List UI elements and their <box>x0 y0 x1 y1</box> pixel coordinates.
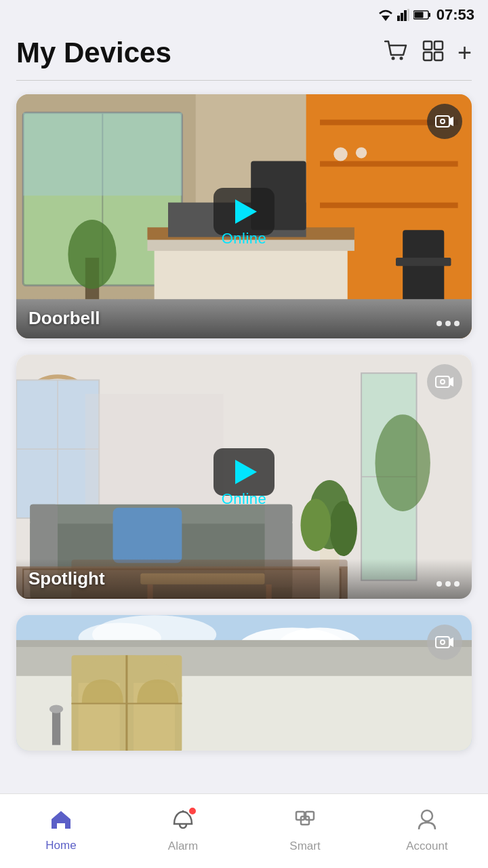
camera-badge-spotlight[interactable] <box>427 364 462 399</box>
signal-icon <box>397 9 409 21</box>
play-button-doorbell[interactable] <box>214 188 274 235</box>
svg-rect-10 <box>424 41 432 50</box>
wifi-icon <box>378 9 393 21</box>
svg-rect-11 <box>434 41 443 50</box>
svg-point-86 <box>49 705 63 713</box>
devices-list: Online Doorbell <box>0 81 488 764</box>
play-button-spotlight[interactable] <box>214 448 274 496</box>
svg-point-90 <box>441 640 445 644</box>
svg-rect-33 <box>396 258 451 266</box>
svg-rect-13 <box>434 52 443 60</box>
svg-point-69 <box>441 380 445 384</box>
device-card-exterior[interactable] <box>16 615 472 751</box>
camera-badge-exterior[interactable] <box>427 625 462 660</box>
alarm-notification-dot <box>188 806 197 816</box>
svg-point-95 <box>422 810 432 821</box>
battery-icon <box>413 10 431 20</box>
svg-rect-7 <box>414 12 423 18</box>
svg-rect-67 <box>436 376 449 387</box>
nav-label-home: Home <box>45 839 76 852</box>
card-bottom-doorbell: Doorbell <box>16 298 472 338</box>
svg-rect-87 <box>16 640 472 647</box>
device-name-doorbell: Doorbell <box>28 308 100 329</box>
svg-rect-4 <box>407 9 409 21</box>
svg-rect-24 <box>320 203 458 208</box>
svg-rect-52 <box>113 508 182 563</box>
online-status-doorbell: Online <box>222 230 267 248</box>
nav-label-alarm: Alarm <box>168 840 198 853</box>
add-device-icon[interactable]: + <box>458 39 472 67</box>
svg-rect-20 <box>23 113 182 195</box>
page-header: My Devices + <box>0 30 488 80</box>
svg-point-62 <box>375 414 430 511</box>
svg-point-8 <box>391 56 394 60</box>
nav-label-smart: Smart <box>289 840 320 853</box>
status-bar: 07:53 <box>0 0 488 30</box>
page-title: My Devices <box>16 37 171 69</box>
svg-point-36 <box>68 220 116 289</box>
svg-point-58 <box>300 499 331 551</box>
dots-menu-spotlight[interactable] <box>436 581 460 589</box>
svg-rect-3 <box>404 10 407 21</box>
svg-rect-85 <box>52 711 60 745</box>
nav-label-account: Account <box>406 840 447 853</box>
alarm-icon <box>173 809 193 835</box>
home-icon <box>50 810 72 835</box>
svg-point-9 <box>399 56 403 60</box>
svg-marker-0 <box>382 16 390 21</box>
svg-rect-37 <box>436 116 449 127</box>
svg-rect-1 <box>397 16 400 21</box>
svg-point-57 <box>329 501 357 556</box>
bottom-navigation: Home Alarm Smart <box>0 793 488 868</box>
card-bottom-spotlight: Spotlight <box>16 559 472 599</box>
nav-item-smart[interactable]: Smart <box>244 809 366 853</box>
svg-rect-2 <box>401 13 403 21</box>
camera-badge-doorbell[interactable] <box>427 104 462 139</box>
svg-point-31 <box>356 147 367 158</box>
nav-item-alarm[interactable]: Alarm <box>122 809 244 853</box>
grid-icon[interactable] <box>422 40 444 66</box>
svg-point-39 <box>441 119 445 123</box>
device-card-spotlight[interactable]: Online Spotlight <box>16 355 472 599</box>
svg-rect-12 <box>424 52 432 60</box>
status-icons <box>378 9 431 21</box>
svg-point-30 <box>333 147 347 161</box>
nav-item-home[interactable]: Home <box>0 810 122 852</box>
online-status-spotlight: Online <box>222 490 267 508</box>
svg-rect-88 <box>436 637 449 648</box>
cart-icon[interactable] <box>384 40 409 66</box>
status-time: 07:53 <box>436 6 474 24</box>
svg-rect-23 <box>320 161 458 167</box>
device-card-doorbell[interactable]: Online Doorbell <box>16 94 472 338</box>
exterior-image <box>16 615 472 751</box>
header-actions: + <box>384 39 472 67</box>
smart-icon <box>293 809 317 835</box>
nav-item-account[interactable]: Account <box>366 809 488 853</box>
device-name-spotlight: Spotlight <box>28 568 105 589</box>
svg-rect-6 <box>428 13 430 17</box>
account-icon <box>418 809 436 835</box>
dots-menu-doorbell[interactable] <box>436 321 460 329</box>
